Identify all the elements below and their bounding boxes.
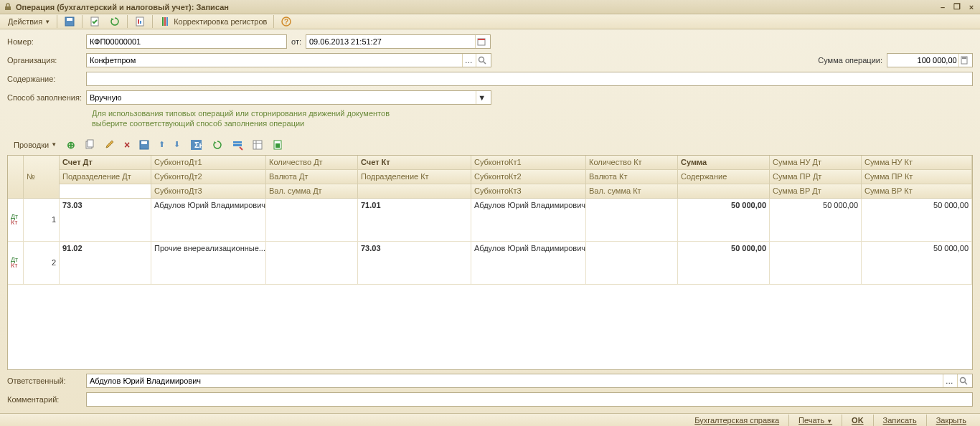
svg-rect-19 [88,140,93,147]
header-dept-kt: Подразделение Кт [358,170,471,184]
svg-rect-13 [478,39,485,40]
header-cur-kt: Валюта Кт [586,170,677,184]
magnify-icon[interactable] [957,374,969,387]
select-icon[interactable]: … [462,54,474,67]
svg-line-15 [484,62,486,64]
header-sum-nu-dt: Сумма НУ Дт [770,156,861,170]
edit-row-icon[interactable] [100,138,119,152]
calculator-icon[interactable] [958,54,969,67]
settings-grid-icon[interactable] [228,138,247,152]
svg-rect-25 [233,144,242,146]
close-window-button[interactable]: × [966,2,977,12]
header-sub-dt3: СубконтоДт3 [151,184,265,199]
magnify-icon[interactable] [476,54,488,67]
svg-rect-0 [5,6,11,10]
label-fill-method: Способ заполнения: [7,93,86,102]
label-responsible: Ответственный: [7,377,86,385]
fill-method-select[interactable]: ▼ [86,90,491,105]
accounting-ref-button[interactable]: Бухгалтерская справка [688,414,786,426]
svg-point-14 [479,57,484,62]
header-sub-dt1: СубконтоДт1 [151,156,265,170]
table-settings-icon[interactable] [248,138,267,152]
export-icon[interactable] [268,138,287,152]
close-button[interactable]: Закрыть [930,414,973,426]
window-title: Операция (бухгалтерский и налоговый учет… [16,3,937,11]
header-acct-dt: Счет Дт [60,156,151,170]
fill-method-hint: Для использования типовых операций или с… [92,108,973,129]
ok-button[interactable]: OK [845,414,870,426]
svg-rect-24 [233,141,242,143]
label-comment: Комментарий: [7,395,86,404]
organization-field[interactable]: … [86,53,491,67]
maximize-button[interactable]: ❐ [951,2,963,12]
svg-line-32 [965,382,967,384]
minimize-button[interactable]: – [937,2,948,12]
svg-rect-2 [67,18,72,21]
svg-rect-7 [162,17,164,26]
label-organization: Организация: [7,56,86,65]
header-qty-dt: Количество Дт [266,156,357,170]
actions-menu[interactable]: Действия▼ [4,14,54,29]
footer: Бухгалтерская справка Печать ▼ OK Записа… [0,413,980,426]
postings-toolbar: Проводки▼ ⊕ × ⬆ ⬇ Σн [7,136,973,153]
save-button[interactable]: Записать [877,414,923,426]
help-icon[interactable]: ? [277,14,296,29]
date-field[interactable] [306,34,491,49]
svg-rect-26 [253,141,262,149]
svg-rect-17 [962,57,966,59]
header-sub-kt2: СубконтоКт2 [471,170,585,184]
report-icon[interactable] [131,14,149,29]
postings-menu[interactable]: Проводки▼ [10,138,60,152]
content-field[interactable] [86,72,973,86]
svg-rect-9 [166,17,168,26]
register-correction-button[interactable]: Корректировка регистров [156,14,270,29]
save-grid-icon[interactable] [135,138,154,152]
header-sum-pr-kt: Сумма ПР Кт [862,170,971,184]
header-sum-nu-kt: Сумма НУ Кт [862,156,971,170]
refresh-icon[interactable] [105,14,124,29]
sum-operation-field[interactable] [887,53,973,67]
svg-point-31 [960,377,965,382]
postings-grid[interactable]: № Счет Дт Подразделение Дт СубконтоДт1 С… [7,155,973,370]
label-sum-operation: Сумма операции: [818,56,882,65]
post-icon[interactable] [85,14,104,29]
header-sum-vr-dt: Сумма ВР Дт [770,184,861,199]
copy-row-icon[interactable] [80,138,99,152]
dropdown-icon[interactable]: ▼ [476,91,488,104]
add-row-icon[interactable]: ⊕ [63,138,79,152]
svg-text:?: ? [284,18,288,26]
save-icon[interactable] [60,14,79,29]
calendar-icon[interactable] [475,35,487,48]
header-num: № [24,156,59,199]
table-row[interactable]: ДтКт 2 91.02 Прочие внереализационные...… [8,242,972,285]
sum-icon[interactable]: Σн [187,138,205,152]
label-content: Содержание: [7,75,86,83]
header-sum-pr-dt: Сумма ПР Дт [770,170,861,184]
refresh-grid-icon[interactable] [208,138,227,152]
responsible-field[interactable]: … [86,374,973,388]
svg-rect-21 [141,141,147,144]
comment-field[interactable] [86,392,973,407]
header-qty-kt: Количество Кт [586,156,677,170]
number-field[interactable] [86,34,287,49]
window-icon [3,2,13,12]
label-number: Номер: [7,37,86,46]
svg-rect-30 [275,143,280,148]
move-down-icon[interactable]: ⬇ [170,138,184,152]
header-cursum-kt: Вал. сумма Кт [586,184,677,199]
header-sum: Сумма [678,156,769,170]
label-date-from: от: [291,37,301,46]
table-row[interactable]: ДтКт 1 73.03 Абдулов Юрий Владимирович 7… [8,199,972,242]
print-button[interactable]: Печать ▼ [792,414,839,426]
header-dept-dt: Подразделение Дт [60,170,151,184]
move-up-icon[interactable]: ⬆ [155,138,169,152]
header-sum-vr-kt: Сумма ВР Кт [862,184,971,199]
header-cur-dt: Валюта Дт [266,170,357,184]
delete-row-icon[interactable]: × [121,138,133,152]
svg-rect-8 [164,17,166,26]
header-content: Содержание [678,170,769,184]
svg-text:Σн: Σн [194,141,202,149]
header-sub-dt2: СубконтоДт2 [151,170,265,184]
select-icon[interactable]: … [943,374,955,387]
svg-rect-5 [138,19,139,24]
